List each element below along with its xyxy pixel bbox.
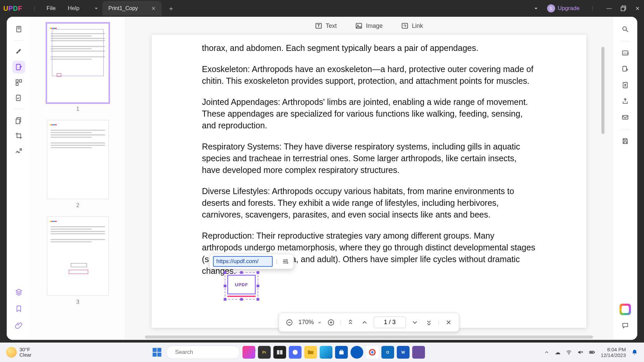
window-close-button[interactable]: ✕: [634, 5, 641, 12]
link-options-button[interactable]: [281, 257, 290, 266]
page-number-input[interactable]: 1 / 3: [374, 316, 406, 328]
taskbar-app-chrome[interactable]: [366, 346, 379, 359]
organize-tool[interactable]: [12, 76, 25, 89]
taskbar-app-word[interactable]: W: [397, 346, 410, 359]
page-thumbnail-1[interactable]: [47, 23, 109, 103]
next-page-button[interactable]: [410, 317, 420, 327]
taskbar-app-chat[interactable]: [289, 346, 302, 359]
page-thumbnail-2[interactable]: [47, 120, 109, 199]
tab-list-dropdown[interactable]: [92, 4, 100, 12]
volume-mute-icon: [577, 349, 583, 355]
taskbar-app-taskview[interactable]: [273, 346, 286, 359]
page-thumbnail-3[interactable]: [47, 217, 109, 296]
paragraph: thorax, and abdomen. Each segment typica…: [202, 42, 536, 54]
edit-text-button[interactable]: Text: [315, 22, 337, 29]
edit-tool[interactable]: [12, 61, 25, 73]
annotate-tool[interactable]: [12, 45, 25, 58]
view-control-bar: 170% | 1 / 3 | ✕: [279, 313, 459, 332]
taskbar-app-store[interactable]: [335, 346, 348, 359]
tab-close-button[interactable]: ✕: [151, 5, 156, 12]
comment-button[interactable]: [619, 319, 632, 332]
taskbar-app-outlook[interactable]: O: [381, 346, 394, 359]
taskbar-app-updf[interactable]: [412, 346, 425, 359]
redact-tool[interactable]: [12, 114, 25, 127]
ai-assistant-button[interactable]: [620, 304, 631, 315]
upgrade-button[interactable]: S Upgrade: [547, 4, 580, 12]
tray-onedrive-icon[interactable]: ☁: [555, 349, 560, 356]
paragraph: Respiratory Systems: They have diverse r…: [202, 141, 536, 176]
search-button[interactable]: [619, 23, 632, 36]
compress-button[interactable]: [619, 79, 632, 92]
horizontal-scrollbar[interactable]: [145, 336, 593, 339]
window-dropdown[interactable]: [532, 5, 540, 12]
taskbar-search[interactable]: 🧪 🎨: [166, 346, 240, 359]
convert-button[interactable]: [619, 63, 632, 75]
start-button[interactable]: [151, 346, 163, 359]
svg-rect-11: [16, 119, 20, 124]
menu-file[interactable]: File: [47, 5, 56, 12]
first-page-button[interactable]: [345, 317, 356, 327]
svg-line-26: [626, 30, 628, 32]
zoom-out-button[interactable]: [284, 317, 294, 327]
selected-link-object[interactable]: UPDF: [225, 272, 258, 300]
window-minimize-button[interactable]: —: [606, 5, 612, 11]
prev-page-button[interactable]: [360, 317, 370, 327]
windows-taskbar: 30°F Clear 🧪 🎨 Pr O W: [0, 343, 644, 362]
vertical-scrollbar[interactable]: [601, 47, 604, 134]
ocr-button[interactable]: OCR: [619, 47, 632, 59]
paragraph: Diverse Lifestyles: Arthropods occupy va…: [202, 185, 536, 221]
main-document-area: Text Image Link thorax, and abdomen. Eac…: [125, 17, 613, 340]
reader-tool[interactable]: [12, 23, 25, 36]
attachment-button[interactable]: [12, 319, 25, 332]
weather-icon: [6, 347, 17, 358]
taskbar-app-explorer[interactable]: [304, 346, 317, 359]
layers-icon: [15, 288, 22, 296]
tray-volume-icon[interactable]: [577, 349, 583, 355]
document-tab[interactable]: Print1_Copy ✕: [102, 1, 162, 16]
fill-sign-tool[interactable]: [12, 145, 25, 158]
zoom-in-button[interactable]: [326, 317, 336, 327]
close-bar-button[interactable]: ✕: [443, 317, 453, 327]
bookmark-button[interactable]: [12, 302, 25, 315]
menu-help[interactable]: Help: [68, 5, 79, 12]
email-button[interactable]: [619, 111, 632, 124]
tray-clock[interactable]: 8:04 PM 12/14/2023: [601, 347, 626, 358]
last-page-button[interactable]: [424, 317, 434, 327]
zoom-level-select[interactable]: 170%: [299, 319, 322, 326]
tray-wifi-icon[interactable]: [566, 349, 572, 355]
taskbar-app-dell[interactable]: [351, 346, 363, 359]
window-maximize-button[interactable]: [620, 5, 627, 12]
svg-point-39: [371, 351, 373, 353]
form-tool[interactable]: [12, 92, 25, 104]
edit-image-button[interactable]: Image: [355, 22, 383, 29]
left-toolbar: [7, 17, 31, 340]
new-tab-button[interactable]: ＋: [168, 4, 174, 13]
link-object-label: UPDF: [227, 275, 256, 294]
layers-button[interactable]: [12, 286, 25, 298]
edit-link-button[interactable]: Link: [401, 22, 423, 29]
highlighter-icon: [15, 48, 22, 55]
taskbar-search-input[interactable]: [175, 349, 246, 356]
share-button[interactable]: [619, 95, 632, 108]
tray-battery-icon[interactable]: [589, 349, 595, 356]
taskbar-app-premiere[interactable]: Pr: [258, 346, 271, 359]
right-toolbar: OCR: [613, 17, 637, 340]
crop-tool[interactable]: [12, 129, 25, 142]
page-canvas[interactable]: thorax, and abdomen. Each segment typica…: [152, 35, 586, 328]
svg-rect-34: [277, 350, 279, 355]
divider: |: [276, 258, 277, 264]
taskbar-app-copilot[interactable]: [243, 346, 255, 359]
taskbar-weather[interactable]: 30°F Clear: [6, 347, 32, 358]
svg-point-18: [284, 261, 286, 262]
divider: |: [34, 5, 35, 11]
pages-stack-icon: [15, 117, 22, 124]
battery-icon: [589, 349, 595, 356]
tray-overflow-button[interactable]: [544, 350, 549, 355]
comment-icon: [622, 322, 629, 329]
chevron-down-icon: [93, 5, 100, 12]
paperclip-icon: [15, 322, 22, 329]
tray-notifications-icon[interactable]: [631, 349, 638, 356]
save-button[interactable]: [619, 135, 632, 147]
taskbar-app-edge[interactable]: [320, 346, 332, 359]
link-url-input[interactable]: [213, 256, 273, 267]
